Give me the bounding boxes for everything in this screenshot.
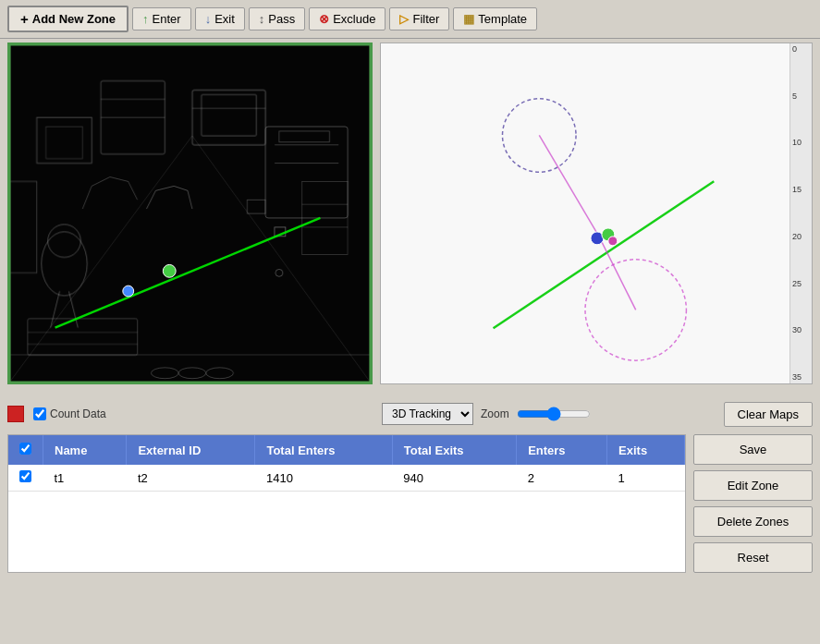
ruler-mark-30: 30 [792,326,810,334]
enter-button[interactable]: ↑ Enter [132,7,191,30]
map-display [381,43,789,383]
table-header-total-exits: Total Exits [392,435,516,465]
exclude-label: Exclude [333,12,375,26]
table-header-enters: Enters [517,435,607,465]
svg-point-45 [608,237,618,246]
video-panel [7,43,373,384]
row-name: t1 [43,465,127,492]
row-checkbox-cell [8,465,43,492]
row-exits: 1 [607,465,685,492]
save-button[interactable]: Save [693,434,813,465]
pass-label: Pass [268,12,295,26]
table-header-external-id: External ID [127,435,255,465]
row-total-exits: 940 [392,465,516,492]
table-header-name: Name [43,435,127,465]
table-header-exits: Exits [607,435,685,465]
filter-label: Filter [412,12,439,26]
enter-label: Enter [153,12,181,26]
ruler-mark-5: 5 [792,92,810,101]
table-header-row: Name External ID Total Enters Total Exit… [8,435,685,465]
filter-icon: ▷ [399,12,409,26]
template-button[interactable]: ▦ Template [453,7,537,30]
table-row: t1 t2 1410 940 2 1 [8,465,685,492]
zoom-slider[interactable] [517,407,591,421]
panels-row: 35 30 25 20 15 10 5 0 [7,43,813,394]
pass-icon: ↕ [259,12,265,26]
toolbar: + Add New Zone ↑ Enter ↓ Exit ↕ Pass ⊗ E… [0,0,820,39]
ruler-mark-10: 10 [792,139,810,147]
table-header-checkbox [8,435,43,465]
side-buttons: Save Edit Zone Delete Zones Reset [693,434,813,573]
data-table: Name External ID Total Enters Total Exit… [8,435,685,492]
row-enters: 2 [517,465,607,492]
ruler-mark-0: 0 [792,45,810,54]
main-content: 35 30 25 20 15 10 5 0 Count Data 3D Trac… [0,39,820,577]
svg-point-35 [163,264,176,277]
table-header-total-enters: Total Enters [255,435,392,465]
enter-icon: ↑ [142,12,149,26]
count-data-text: Count Data [50,407,106,420]
zoom-label: Zoom [481,407,509,420]
right-controls: 3D Tracking 2D Tracking Heat Map Zoom Cl… [382,402,813,427]
ruler-mark-15: 15 [792,186,810,194]
clear-maps-button[interactable]: Clear Maps [724,402,813,427]
template-icon: ▦ [463,12,474,26]
ruler-mark-25: 25 [792,280,810,288]
ruler-mark-35: 35 [792,373,810,382]
row-external-id: t2 [127,465,255,492]
row-total-enters: 1410 [255,465,392,492]
map-ruler: 35 30 25 20 15 10 5 0 [789,43,812,383]
delete-zones-button[interactable]: Delete Zones [693,506,813,537]
plus-icon: + [20,11,29,27]
row-checkbox[interactable] [19,470,31,482]
count-data-checkbox[interactable] [33,407,46,420]
template-label: Template [478,12,527,26]
video-display [9,44,371,383]
edit-zone-button[interactable]: Edit Zone [693,470,813,501]
table-area: Name External ID Total Enters Total Exit… [7,434,813,573]
ruler-mark-20: 20 [792,233,810,241]
table-body: t1 t2 1410 940 2 1 [8,465,685,492]
data-table-container: Name External ID Total Enters Total Exit… [7,434,686,573]
count-data-label: Count Data [33,407,106,420]
exit-label: Exit [214,12,235,26]
filter-button[interactable]: ▷ Filter [389,7,449,30]
left-controls: Count Data [7,406,373,422]
svg-rect-0 [9,44,371,383]
tracking-select[interactable]: 3D Tracking 2D Tracking Heat Map [382,403,473,425]
reset-button[interactable]: Reset [693,542,813,573]
record-button[interactable] [7,406,24,422]
map-panel: 35 30 25 20 15 10 5 0 [380,43,813,384]
exit-button[interactable]: ↓ Exit [195,7,245,30]
controls-row: Count Data 3D Tracking 2D Tracking Heat … [7,397,813,431]
header-checkbox[interactable] [19,443,31,455]
exclude-button[interactable]: ⊗ Exclude [309,7,386,30]
svg-point-34 [123,286,134,297]
exclude-icon: ⊗ [319,12,329,26]
add-zone-label: Add New Zone [32,12,116,26]
add-zone-button[interactable]: + Add New Zone [7,6,129,32]
pass-button[interactable]: ↕ Pass [249,7,305,30]
exit-icon: ↓ [205,12,212,26]
